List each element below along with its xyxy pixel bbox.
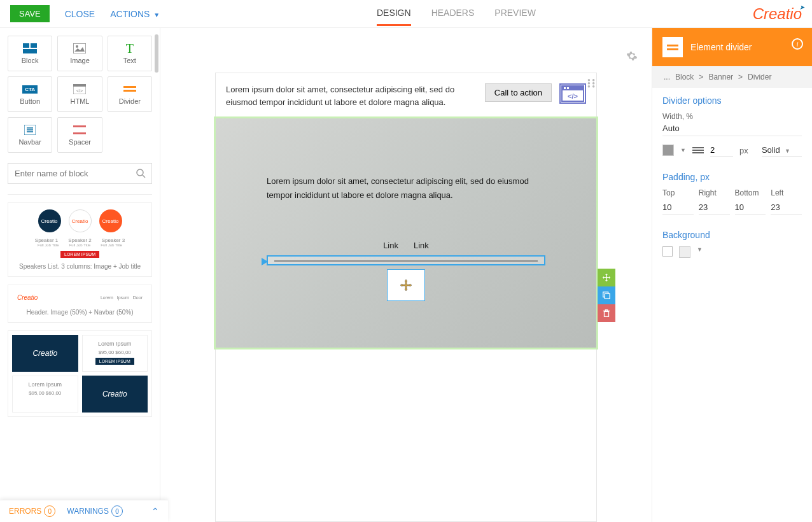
avatar: Creatio (99, 209, 122, 232)
info-icon[interactable]: i (792, 38, 803, 50)
element-divider[interactable]: Divider (108, 76, 152, 112)
move-element-button[interactable] (598, 269, 615, 286)
html-icon: </> (73, 83, 87, 95)
nav-link[interactable]: Link (414, 241, 429, 250)
padding-top-input[interactable]: 10 (662, 202, 694, 215)
left-sidebar: Block Image TText CTAButton </>HTML Divi… (0, 28, 160, 522)
element-image[interactable]: Image (57, 36, 102, 71)
delete-element-button[interactable] (598, 304, 615, 322)
search-input[interactable] (8, 163, 152, 184)
tab-design[interactable]: DESIGN (377, 1, 411, 26)
section-divider-options: Divider options (662, 95, 802, 106)
element-spacer[interactable]: Spacer (57, 117, 102, 153)
move-cursor-icon (400, 279, 412, 292)
divider-icon (123, 83, 137, 95)
svg-rect-15 (73, 132, 86, 134)
block-template-products[interactable]: Creatio Lorem Ipsum$95,00 $60,00LOREM IP… (8, 330, 152, 417)
svg-point-4 (76, 45, 78, 48)
element-block[interactable]: Block (8, 36, 52, 71)
tab-headers[interactable]: HEADERS (431, 1, 475, 26)
topbar: SAVE CLOSE ACTIONS ▼ DESIGN HEADERS PREV… (0, 0, 812, 28)
drag-handle-icon[interactable]: ● ●● ●● ● (587, 78, 595, 88)
svg-text:</>: </> (76, 88, 83, 93)
svg-rect-24 (605, 293, 610, 299)
svg-rect-21 (567, 87, 569, 89)
section-padding: Padding, px (662, 172, 802, 182)
search-icon[interactable] (136, 168, 146, 180)
errors-label[interactable]: ERRORS0 (9, 505, 55, 517)
button-icon: CTA (23, 83, 37, 95)
svg-rect-3 (73, 43, 86, 53)
color-picker[interactable] (662, 145, 674, 156)
banner-block[interactable]: Lorem ipsum dolor sit amet, consectetur … (216, 118, 596, 348)
cta-button[interactable]: Call to action (485, 83, 552, 102)
gear-icon[interactable] (626, 50, 638, 64)
status-bar: ERRORS0 WARNINGS0 ⌃ (0, 500, 168, 522)
svg-point-16 (137, 169, 143, 176)
canvas: ● ●● ●● ● Lorem ipsum dolor sit amet, co… (160, 28, 652, 522)
chevron-down-icon: ▼ (153, 11, 160, 18)
element-button[interactable]: CTAButton (8, 76, 52, 112)
actions-dropdown[interactable]: ACTIONS ▼ (110, 9, 160, 19)
chevron-down-icon[interactable]: ▼ (680, 147, 686, 153)
block-icon (23, 43, 37, 54)
copy-element-button[interactable] (598, 286, 615, 304)
nav-link[interactable]: Link (383, 241, 398, 250)
spacer-icon (73, 124, 87, 136)
element-text[interactable]: TText (108, 36, 152, 71)
svg-rect-14 (73, 125, 86, 127)
padding-right-input[interactable]: 23 (699, 202, 730, 215)
warnings-label[interactable]: WARNINGS0 (67, 505, 123, 517)
close-button[interactable]: CLOSE (65, 9, 95, 19)
element-html[interactable]: </>HTML (57, 76, 102, 112)
banner-text[interactable]: Lorem ipsum dolor sit amet, consectetur … (267, 174, 545, 202)
padding-left-input[interactable]: 23 (771, 202, 802, 215)
svg-line-17 (143, 175, 145, 178)
bg-color-picker[interactable] (679, 246, 690, 258)
html-element-icon[interactable]: </> (559, 83, 586, 104)
svg-rect-1 (31, 43, 37, 48)
avatar: Creatio (69, 209, 92, 232)
divider-panel-icon (662, 37, 683, 57)
background-checkbox[interactable] (662, 246, 673, 257)
chevron-down-icon[interactable]: ▼ (697, 246, 703, 258)
breadcrumb-block[interactable]: Block (675, 73, 694, 81)
chevron-up-icon[interactable]: ⌃ (151, 506, 159, 516)
padding-bottom-input[interactable]: 10 (735, 202, 766, 215)
section-background: Background (662, 230, 802, 240)
svg-rect-8 (123, 86, 136, 88)
svg-rect-9 (123, 90, 136, 92)
block-template-speakers[interactable]: Creatio Creatio Creatio Speaker 1Speaker… (8, 202, 152, 277)
save-button[interactable]: SAVE (10, 5, 50, 22)
breadcrumb: ...Block>Banner>Divider (652, 66, 812, 88)
tab-preview[interactable]: PREVIEW (494, 1, 536, 26)
svg-text:</>: </> (568, 92, 578, 100)
block-template-header[interactable]: CreatioLoremIpsumDoor Header. Image (50%… (8, 285, 152, 323)
properties-panel: Element divider i ...Block>Banner>Divide… (652, 28, 812, 522)
email-body[interactable]: ● ●● ●● ● Lorem ipsum dolor sit amet, co… (215, 73, 597, 522)
panel-title: Element divider (690, 42, 752, 52)
element-navbar[interactable]: Navbar (8, 117, 52, 153)
logo: Creatio➤ (753, 5, 802, 23)
thickness-input[interactable] (710, 144, 733, 157)
navbar-icon (23, 124, 37, 136)
breadcrumb-banner[interactable]: Banner (708, 73, 733, 81)
svg-rect-6 (73, 84, 86, 87)
breadcrumb-divider[interactable]: Divider (748, 73, 771, 81)
svg-rect-2 (23, 49, 37, 53)
svg-rect-25 (605, 311, 609, 316)
drop-placeholder[interactable] (387, 269, 425, 301)
avatar: Creatio (38, 209, 61, 232)
scrollbar[interactable] (155, 34, 158, 162)
line-style-icon (692, 147, 704, 153)
svg-rect-27 (605, 310, 608, 311)
svg-rect-20 (564, 87, 566, 89)
image-icon (73, 43, 87, 54)
svg-rect-0 (23, 43, 29, 48)
style-select[interactable]: Solid ▼ (762, 144, 802, 157)
width-field[interactable]: Auto (662, 123, 802, 136)
text-block[interactable]: Lorem ipsum dolor sit amet, consectetur … (226, 83, 477, 108)
divider-element-selected[interactable] (267, 255, 545, 265)
text-icon: T (123, 43, 137, 54)
